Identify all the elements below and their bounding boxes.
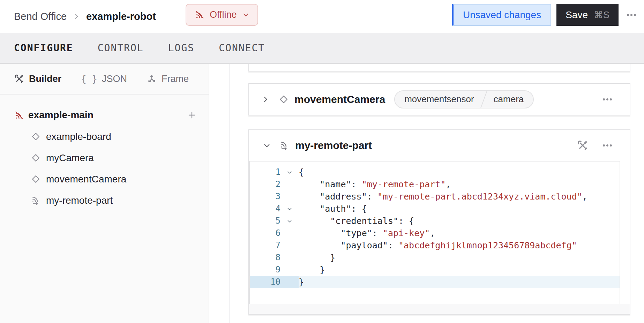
add-component-button[interactable] [187,110,197,120]
dots-horizontal-icon [601,140,613,151]
code-line-4[interactable]: 4 "auth": { [250,203,620,215]
model-tag-pill: movementsensorcamera [394,90,534,108]
sidebar-item-example-board[interactable]: example-board [0,126,209,147]
gutter: 7 [250,239,299,251]
sidebar-item-myCamera[interactable]: myCamera [0,147,209,168]
gutter: 2 [250,178,299,190]
sidebar-item-movementCamera[interactable]: movementCamera [0,168,209,190]
header-actions: Unsaved changes Save ⌘S [452,4,639,26]
chevron-down-icon [242,12,249,18]
braces-icon: { } [81,74,97,84]
remote-signal-icon [31,195,41,205]
breadcrumb-robot-name: example-robot [86,11,156,22]
header-overflow-menu-button[interactable] [624,7,639,23]
fold-chevron-icon[interactable] [280,166,299,178]
mode-builder[interactable]: Builder [14,74,61,84]
code-line-9[interactable]: 9 } [250,264,620,276]
editor-footer [249,304,630,314]
card-title: movementCamera [294,93,385,105]
code-line-10[interactable]: 10} [250,276,620,288]
remote-part-card: my-remote-part 1{2 "name": "my-remote-pa… [248,129,630,315]
line-number: 6 [250,227,280,239]
diamond-icon [278,94,289,105]
dots-horizontal-icon [601,93,613,105]
gutter: 1 [250,166,299,178]
remote-card-header: my-remote-part [249,130,630,161]
gutter: 9 [250,264,299,276]
dots-horizontal-icon [626,9,637,21]
code-text: { [299,166,620,178]
code-line-7[interactable]: 7 "payload": "abcdefghijklmnop123456789a… [250,239,620,251]
code-line-6[interactable]: 6 "type": "api-key", [250,227,620,239]
breadcrumb-org-link[interactable]: Bend Office [14,11,67,22]
gutter: 6 [250,227,299,239]
code-text: } [299,264,620,276]
save-label: Save [566,9,588,21]
gutter: 5 [250,215,299,227]
save-button[interactable]: Save ⌘S [556,4,619,26]
unsaved-changes-badge[interactable]: Unsaved changes [452,4,551,26]
code-text: } [299,251,620,264]
chevron-right-icon [73,13,80,20]
code-text: "address": "my-remote-part.abcd1234xyz.v… [299,190,620,203]
chevron-down-icon[interactable] [263,142,271,149]
resource-tree-children: example-boardmyCameramovementCameramy-re… [0,126,209,211]
sidebar-item-label: example-board [46,131,111,142]
mode-builder-label: Builder [29,74,61,84]
line-number: 8 [250,251,280,264]
tab-configure[interactable]: CONFIGURE [14,42,73,54]
code-line-3[interactable]: 3 "address": "my-remote-part.abcd1234xyz… [250,190,620,203]
machine-status-badge[interactable]: Offline [186,4,258,26]
code-editor[interactable]: 1{2 "name": "my-remote-part",3 "address"… [249,161,620,305]
code-text: "type": "api-key", [299,227,620,239]
code-line-8[interactable]: 8 } [250,251,620,264]
viam-robot-config-page: Bend Office example-robot Offline Unsave… [0,0,644,323]
sidebar-item-label: my-remote-part [46,195,113,206]
code-text: } [299,276,620,288]
tab-control[interactable]: CONTROL [98,42,144,54]
line-number: 9 [250,264,280,276]
card-overflow-menu-button[interactable] [600,92,614,106]
remote-signal-icon [279,140,290,151]
code-text: "credentials": { [299,215,620,227]
save-shortcut: ⌘S [594,9,609,21]
card-overflow-menu-button[interactable] [600,138,614,152]
fold-chevron-icon[interactable] [280,203,299,215]
gutter: 4 [250,203,299,215]
sidebar-item-label: movementCamera [46,174,126,185]
chevron-right-icon[interactable] [262,96,269,103]
tab-bar: CONFIGURECONTROLLOGSCONNECT [0,33,644,64]
mode-frame-label: Frame [162,74,189,84]
panel-divider [229,64,230,323]
unsaved-changes-label: Unsaved changes [463,9,541,21]
line-number: 7 [250,239,280,251]
code-text: "payload": "abcdefghijklmnop123456789abc… [299,239,620,251]
breadcrumb: Bend Office example-robot [14,0,156,33]
mode-frame[interactable]: Frame [147,74,189,84]
line-number: 1 [250,166,280,178]
tag-movementsensor: movementsensor [395,91,483,108]
tab-connect[interactable]: CONNECT [219,42,265,54]
fold-chevron-icon[interactable] [280,215,299,227]
resource-tree: example-main example-boardmyCameramoveme… [0,95,209,211]
code-text: "name": "my-remote-part", [299,178,620,190]
card-title: my-remote-part [295,140,372,151]
config-sidebar: Builder { } JSON Frame example-main [0,64,209,323]
wifi-off-icon [195,10,205,20]
code-line-1[interactable]: 1{ [250,166,620,178]
gutter: 3 [250,190,299,203]
code-line-2[interactable]: 2 "name": "my-remote-part", [250,178,620,190]
code-line-5[interactable]: 5 "credentials": { [250,215,620,227]
config-mode-switcher: Builder { } JSON Frame [0,64,209,95]
card-partial [248,64,630,72]
tools-icon [14,74,24,84]
diamond-icon [31,132,41,142]
line-number: 3 [250,190,280,203]
mode-json-label: JSON [102,74,127,84]
sidebar-item-my-remote-part[interactable]: my-remote-part [0,190,209,211]
tab-logs[interactable]: LOGS [168,42,194,54]
mode-json[interactable]: { } JSON [81,74,127,84]
sidebar-item-example-main[interactable]: example-main [0,104,209,126]
tools-icon[interactable] [577,140,589,151]
diamond-icon [31,174,41,184]
